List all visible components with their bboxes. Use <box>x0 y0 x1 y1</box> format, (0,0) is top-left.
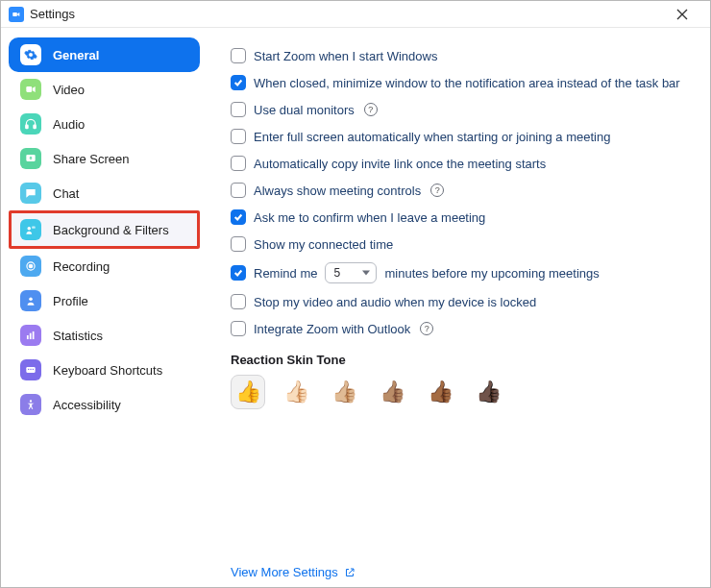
option-label: Stop my video and audio when my device i… <box>254 295 536 309</box>
checkbox-enter-full-screen[interactable] <box>231 129 246 144</box>
svg-rect-15 <box>30 369 31 370</box>
sidebar-item-label: Recording <box>53 259 110 274</box>
skin-tone-option-4[interactable]: 👍🏾 <box>423 375 457 409</box>
sidebar-item-profile[interactable]: Profile <box>9 283 200 318</box>
keyboard-icon <box>20 359 41 380</box>
video-icon <box>20 79 41 100</box>
gear-icon <box>20 44 41 65</box>
settings-window: Settings General Video <box>0 0 711 588</box>
option-show-meeting-controls: Always show meeting controls ? <box>231 182 687 199</box>
option-stop-when-locked: Stop my video and audio when my device i… <box>231 293 687 310</box>
svg-rect-1 <box>26 86 32 92</box>
remind-minutes-select[interactable]: 5 <box>325 262 377 283</box>
sidebar-item-recording[interactable]: Recording <box>9 249 200 283</box>
sidebar-item-video[interactable]: Video <box>9 72 200 107</box>
remind-minutes-value: 5 <box>333 266 340 280</box>
chat-icon <box>20 183 41 204</box>
settings-content: Start Zoom when I start Windows When clo… <box>208 28 710 587</box>
option-label-before: Remind me <box>254 266 317 281</box>
help-icon[interactable]: ? <box>364 103 378 116</box>
checkbox-show-meeting-controls[interactable] <box>231 183 246 198</box>
option-minimize-to-tray: When closed, minimize window to the noti… <box>231 74 687 91</box>
close-button[interactable] <box>662 2 702 27</box>
settings-sidebar: General Video Audio Share Screen <box>1 28 208 587</box>
option-enter-full-screen: Enter full screen automatically when sta… <box>231 128 687 145</box>
view-more-settings-link[interactable]: View More Settings <box>231 565 356 579</box>
sidebar-item-label: Audio <box>53 117 85 132</box>
checkbox-start-with-windows[interactable] <box>231 48 246 63</box>
accessibility-icon <box>20 394 41 415</box>
sidebar-item-label: General <box>53 48 99 62</box>
option-label: Start Zoom when I start Windows <box>254 49 437 63</box>
checkbox-copy-invite-link[interactable] <box>231 156 246 171</box>
sidebar-item-keyboard-shortcuts[interactable]: Keyboard Shortcuts <box>9 353 200 387</box>
sidebar-item-general[interactable]: General <box>9 37 200 72</box>
svg-rect-3 <box>34 125 36 129</box>
checkbox-integrate-outlook[interactable] <box>231 321 246 336</box>
recording-icon <box>20 256 41 277</box>
svg-rect-0 <box>12 12 17 15</box>
checkbox-confirm-leave[interactable] <box>231 209 246 225</box>
option-start-with-windows: Start Zoom when I start Windows <box>231 47 687 64</box>
svg-rect-11 <box>30 333 32 339</box>
zoom-app-icon <box>9 7 24 22</box>
sidebar-item-label: Share Screen <box>53 152 130 166</box>
option-label: Always show meeting controls <box>254 184 421 198</box>
sidebar-item-accessibility[interactable]: Accessibility <box>9 387 200 422</box>
option-label: Automatically copy invite link once the … <box>254 157 546 171</box>
svg-point-17 <box>30 400 32 402</box>
reaction-skin-tone-picker: 👍 👍🏻 👍🏼 👍🏽 👍🏾 👍🏿 <box>231 375 687 409</box>
reaction-skin-tone-title: Reaction Skin Tone <box>231 353 687 367</box>
svg-point-9 <box>29 298 33 302</box>
skin-tone-option-1[interactable]: 👍🏻 <box>279 375 313 409</box>
option-copy-invite-link: Automatically copy invite link once the … <box>231 155 687 172</box>
checkbox-dual-monitors[interactable] <box>231 102 246 117</box>
option-dual-monitors: Use dual monitors ? <box>231 101 687 118</box>
skin-tone-option-2[interactable]: 👍🏼 <box>327 375 361 409</box>
skin-tone-option-0[interactable]: 👍 <box>231 375 265 409</box>
option-label-after: minutes before my upcoming meetings <box>384 266 599 281</box>
svg-point-8 <box>29 264 33 268</box>
sidebar-item-label: Statistics <box>53 329 103 343</box>
share-screen-icon <box>20 148 41 169</box>
background-filters-icon <box>20 219 41 240</box>
skin-tone-option-5[interactable]: 👍🏿 <box>471 375 505 409</box>
sidebar-item-label: Video <box>53 83 85 97</box>
sidebar-item-background-filters[interactable]: Background & Filters <box>9 210 200 249</box>
svg-rect-10 <box>27 335 29 339</box>
skin-tone-option-3[interactable]: 👍🏽 <box>375 375 409 409</box>
sidebar-item-audio[interactable]: Audio <box>9 107 200 141</box>
sidebar-item-label: Background & Filters <box>53 223 169 237</box>
option-label: Ask me to confirm when I leave a meeting <box>254 210 485 225</box>
svg-rect-14 <box>28 369 29 370</box>
headphones-icon <box>20 113 41 135</box>
svg-rect-6 <box>32 227 36 229</box>
option-remind-me: Remind me 5 minutes before my upcoming m… <box>231 262 687 283</box>
option-confirm-leave: Ask me to confirm when I leave a meeting <box>231 208 687 226</box>
help-icon[interactable]: ? <box>430 184 444 197</box>
checkbox-connected-time[interactable] <box>231 236 246 252</box>
close-icon <box>676 9 688 20</box>
option-label: When closed, minimize window to the noti… <box>254 76 680 90</box>
checkbox-minimize-to-tray[interactable] <box>231 75 246 90</box>
option-label: Show my connected time <box>254 237 393 252</box>
option-integrate-outlook: Integrate Zoom with Outlook ? <box>231 320 687 337</box>
help-icon[interactable]: ? <box>420 322 433 335</box>
option-label: Use dual monitors <box>254 103 355 117</box>
sidebar-item-share-screen[interactable]: Share Screen <box>9 141 200 176</box>
sidebar-item-chat[interactable]: Chat <box>9 176 200 210</box>
checkbox-stop-when-locked[interactable] <box>231 294 246 309</box>
svg-rect-2 <box>26 125 28 129</box>
window-title: Settings <box>30 7 75 21</box>
option-label: Integrate Zoom with Outlook <box>254 322 410 336</box>
svg-rect-16 <box>33 369 34 370</box>
statistics-icon <box>20 325 41 346</box>
sidebar-item-statistics[interactable]: Statistics <box>9 318 200 353</box>
checkbox-remind-me[interactable] <box>231 265 246 281</box>
svg-point-5 <box>28 227 32 231</box>
external-link-icon <box>344 567 356 578</box>
sidebar-item-label: Chat <box>53 186 79 201</box>
sidebar-item-label: Keyboard Shortcuts <box>53 363 162 378</box>
titlebar: Settings <box>1 1 710 28</box>
svg-rect-12 <box>33 331 35 339</box>
